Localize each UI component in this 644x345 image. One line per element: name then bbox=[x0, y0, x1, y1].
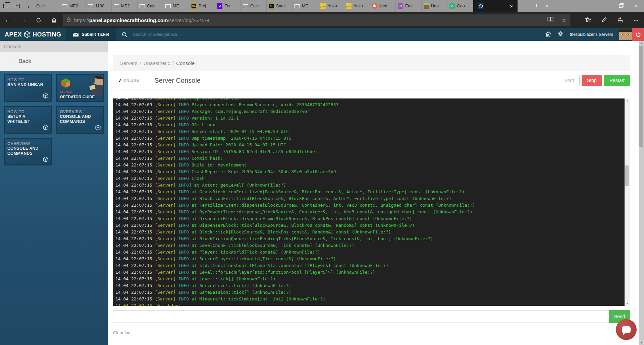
page-scrollbar[interactable]: ▲ ▼ bbox=[639, 41, 644, 345]
log-line: 14.04 22:07:15 [Server] INFO Package: co… bbox=[115, 108, 622, 115]
annotate-pen-icon[interactable] bbox=[601, 17, 607, 24]
browser-tab[interactable]: BbProj bbox=[189, 0, 215, 12]
share-icon[interactable] bbox=[617, 17, 623, 24]
log-line: 14.04 22:07:09 [Server] INFO Player conn… bbox=[115, 101, 622, 108]
browser-tab[interactable]: ME bbox=[292, 0, 318, 12]
knowledgebase-search[interactable]: Search Knowledgebase... bbox=[116, 28, 545, 41]
page-scrollbar-thumb[interactable] bbox=[639, 46, 643, 147]
browser-tab[interactable]: y!For bbox=[215, 0, 241, 12]
scroll-down-icon[interactable]: ▼ bbox=[625, 302, 630, 305]
tab-title: 1100 bbox=[95, 4, 104, 8]
apex-cube-icon bbox=[23, 31, 31, 38]
browser-tab[interactable]: yuzuYuzu bbox=[344, 0, 370, 12]
breadcrumb-servers[interactable]: Servers bbox=[120, 60, 138, 66]
blackboard-favicon: Bb bbox=[191, 3, 197, 9]
tab-preview-icon[interactable] bbox=[0, 0, 11, 12]
live-chat-widget[interactable] bbox=[616, 319, 637, 340]
browser-tab[interactable]: BEntr bbox=[396, 0, 422, 12]
guide-tile[interactable]: GENERALOPERATOR GUIDE bbox=[56, 74, 105, 102]
refresh-icon[interactable] bbox=[31, 16, 46, 24]
browser-tab[interactable]: ME2 bbox=[60, 0, 86, 12]
browser-tab[interactable]: Calc bbox=[241, 0, 267, 12]
settings-gear-icon[interactable] bbox=[557, 31, 564, 38]
browser-tab-active[interactable]: × bbox=[473, 0, 518, 12]
address-bar[interactable]: https://panel.apexminecrafthosting.com/s… bbox=[63, 14, 570, 26]
page-favicon bbox=[62, 4, 67, 8]
restart-button[interactable]: Restart bbox=[604, 75, 630, 86]
duckduckgo-favicon bbox=[372, 3, 377, 9]
favorites-star-icon[interactable]: ☆ bbox=[561, 17, 567, 24]
browser-tab[interactable]: BbSam bbox=[267, 0, 292, 12]
browser-tab[interactable]: Calc bbox=[138, 0, 163, 12]
more-options-icon[interactable]: ⋯ bbox=[633, 17, 639, 23]
log-line: 14.04 22:07:15 [Server] INFO Version: 1.… bbox=[115, 115, 622, 122]
breadcrumb-server-name[interactable]: Unaesthetic bbox=[144, 60, 170, 66]
scroll-up-icon[interactable]: ▲ bbox=[625, 99, 630, 102]
start-button[interactable]: Start bbox=[559, 75, 580, 86]
panel-home-icon[interactable] bbox=[545, 31, 551, 38]
clear-log-link[interactable]: Clear log bbox=[113, 330, 130, 335]
log-line: 14.04 22:07:15 [Server] INFO at Block::t… bbox=[115, 229, 622, 235]
console-scrollbar[interactable]: ▲ ▼ bbox=[625, 98, 630, 306]
check-icon: ✓ bbox=[118, 77, 122, 83]
browser-tab[interactable]: 1100 bbox=[86, 0, 112, 12]
browser-tab-bar: ‹ CalcME21100ME2CalcMEBbProjy!ForCalcBbS… bbox=[0, 0, 644, 12]
reading-view-icon[interactable] bbox=[547, 17, 553, 24]
sidebar-section-title: Console bbox=[0, 41, 108, 52]
logout-power-button[interactable] bbox=[632, 28, 644, 41]
geo-favicon: ✓ bbox=[449, 3, 455, 9]
server-console-log[interactable]: 14.04 22:06:58 [Server] Start up server … bbox=[113, 98, 630, 306]
page-favicon bbox=[165, 4, 171, 8]
main-panel: Servers / Unaesthetic / Console ✓ ONLINE… bbox=[108, 41, 644, 345]
yahoo-favicon: y! bbox=[217, 3, 222, 9]
tab-title: ME bbox=[173, 4, 179, 8]
back-icon[interactable]: ← bbox=[0, 16, 15, 24]
status-badge: ✓ ONLINE bbox=[118, 77, 139, 83]
back-button[interactable]: ← Back bbox=[0, 52, 108, 71]
browser-tab[interactable]: Una bbox=[422, 0, 447, 12]
tile-title-line: SETUP A bbox=[7, 114, 48, 119]
home-icon[interactable] bbox=[46, 16, 62, 24]
command-input[interactable] bbox=[113, 310, 609, 323]
browser-tab[interactable]: ME bbox=[163, 0, 189, 12]
hub-favorites-icon[interactable] bbox=[585, 17, 591, 24]
apex-logo[interactable]: APEX HOSTING bbox=[0, 28, 66, 41]
tile-title-line: HOW TO bbox=[7, 110, 48, 114]
window-minimize-button[interactable] bbox=[598, 0, 613, 12]
guide-tile[interactable]: OVERVIEWCONSOLE ANDCOMMANDS bbox=[4, 138, 52, 165]
browser-tab[interactable]: yuzuYuzu bbox=[318, 0, 344, 12]
account-servers-link[interactable]: thesoulblazer's Servers bbox=[570, 32, 613, 37]
page-scroll-up-icon[interactable]: ▲ bbox=[639, 42, 644, 44]
forward-icon[interactable]: → bbox=[15, 16, 31, 24]
scroll-tabs-left-icon[interactable]: ‹ bbox=[23, 0, 34, 12]
log-line: 14.04 22:07:15 [Server] INFO Server star… bbox=[115, 128, 622, 135]
guide-tile[interactable]: OVERVIEWCONSOLE ANDCOMMANDS bbox=[56, 106, 105, 134]
stop-button[interactable]: Stop bbox=[582, 75, 602, 86]
log-line: 14.04 22:07:15 [Server] INFO Build id: d… bbox=[115, 162, 622, 168]
page-favicon bbox=[140, 4, 145, 8]
tab-list-chevron-down-icon[interactable]: ∨ bbox=[546, 4, 549, 8]
browser-tab[interactable]: Calc bbox=[34, 0, 60, 12]
guide-tile[interactable]: HOW TOBAN AND UNBAN bbox=[4, 74, 52, 102]
tab-title: Yuzu bbox=[328, 4, 337, 8]
window-restore-button[interactable] bbox=[613, 0, 629, 12]
browser-tab[interactable]: idea bbox=[370, 0, 396, 12]
page-scroll-down-icon[interactable]: ▼ bbox=[639, 342, 644, 344]
guide-tile[interactable]: HOW TOSETUP AWHITELIST bbox=[4, 106, 52, 134]
tab-title: For bbox=[224, 4, 231, 8]
window-close-button[interactable]: × bbox=[629, 0, 644, 12]
set-tabs-aside-icon[interactable] bbox=[11, 0, 23, 12]
scroll-tabs-right-icon[interactable]: › bbox=[526, 3, 527, 9]
url-scheme: https:// bbox=[74, 17, 89, 23]
browser-tab[interactable]: ✓Geo bbox=[447, 0, 473, 12]
log-line: 14.04 22:07:15 [Server] INFO CrashReport… bbox=[115, 168, 622, 175]
submit-ticket-button[interactable]: Submit Ticket bbox=[66, 28, 116, 41]
user-avatar[interactable] bbox=[619, 29, 632, 40]
log-line: 14.04 22:07:15 [Server] INFO at Player::… bbox=[115, 249, 622, 256]
tab-title: Proj bbox=[199, 4, 206, 8]
new-tab-button[interactable]: + bbox=[535, 2, 538, 10]
close-tab-icon[interactable]: × bbox=[510, 3, 513, 9]
log-line: 14.04 22:07:15 [Server] INFO Dmp timesta… bbox=[115, 135, 622, 142]
console-scrollbar-thumb[interactable] bbox=[625, 165, 629, 186]
browser-tab[interactable]: ME2 bbox=[112, 0, 138, 12]
